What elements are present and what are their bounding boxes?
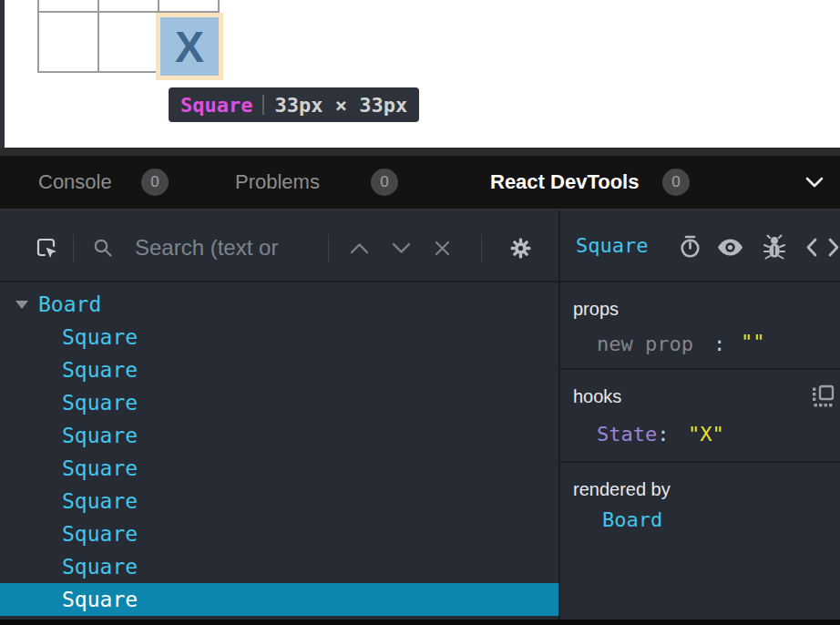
hook-state-value[interactable]: "X"	[688, 423, 724, 446]
tree-row-label: Square	[62, 489, 138, 513]
tree-row-label: Square	[62, 588, 138, 611]
react-devtools-count-badge: 0	[662, 169, 690, 196]
props-section: props new prop : ""	[560, 282, 840, 370]
hook-state-label: State	[597, 423, 657, 446]
settings-gear-icon[interactable]	[509, 237, 532, 260]
hook-state-row[interactable]: State:	[597, 423, 669, 446]
tree-row-square-selected[interactable]: Square	[0, 583, 558, 616]
search-clear-x-icon[interactable]	[434, 240, 451, 257]
inspected-element-pane: Square	[560, 210, 840, 620]
tooltip-component-name: Square	[180, 94, 252, 117]
tree-row-square[interactable]: Square	[0, 321, 558, 353]
load-hook-names-icon[interactable]	[811, 384, 835, 408]
devtools-panel: Console 0 Problems 0 React DevTools 0	[0, 148, 840, 625]
devtools-top-strip	[0, 148, 840, 156]
tree-row-square[interactable]: Square	[0, 386, 558, 419]
toolbar-divider	[73, 234, 74, 262]
problems-count-badge: 0	[371, 169, 398, 196]
console-count-badge: 0	[141, 169, 169, 196]
new-prop-value-field[interactable]: ""	[741, 331, 765, 353]
inspect-dom-eye-icon[interactable]	[717, 238, 743, 257]
rendered-by-title: rendered by	[573, 479, 671, 500]
toolbar-divider	[328, 234, 329, 262]
expander-triangle-icon[interactable]	[15, 301, 28, 309]
suspend-stopwatch-icon[interactable]	[678, 234, 702, 260]
tab-react-devtools[interactable]: React DevTools	[490, 170, 639, 194]
tree-row-label: Square	[62, 555, 138, 579]
debug-bug-icon[interactable]	[763, 234, 786, 261]
bottom-edge	[0, 620, 840, 625]
new-prop-field[interactable]: new prop	[597, 333, 693, 355]
screen: X Square 33px × 33px Console 0 Problems …	[0, 0, 840, 625]
view-source-code-icon[interactable]	[806, 238, 839, 257]
page-viewport: X Square 33px × 33px	[0, 0, 840, 148]
tree-row-label: Square	[62, 456, 138, 480]
components-tree-pane: Board Square Square Square Square Square…	[0, 210, 558, 620]
search-next-chevron-down-icon[interactable]	[392, 242, 411, 254]
hooks-section: hooks State: "X"	[560, 370, 840, 463]
window-left-edge	[0, 0, 5, 148]
tree-row-label: Square	[62, 358, 138, 382]
tree-row-label: Square	[62, 325, 138, 349]
tab-console[interactable]: Console	[38, 170, 112, 194]
hooks-colon: :	[657, 423, 669, 446]
tree-row-square[interactable]: Square	[0, 517, 558, 550]
hooks-title: hooks	[573, 386, 621, 407]
inspect-element-icon[interactable]	[35, 236, 59, 261]
tree-row-label: Square	[62, 391, 138, 415]
search-prev-chevron-up-icon[interactable]	[350, 242, 369, 254]
collapse-panel-chevron-icon[interactable]	[805, 177, 824, 189]
tree-row-label: Board	[38, 292, 101, 316]
inspect-highlight-margin: X	[156, 13, 223, 80]
tree-toolbar	[0, 210, 558, 282]
search-input[interactable]	[135, 232, 317, 263]
search-icon	[93, 238, 113, 258]
inspected-component-name: Square	[576, 234, 648, 257]
inspected-element-header: Square	[560, 210, 840, 282]
tree-row-square[interactable]: Square	[0, 353, 558, 386]
inspect-tooltip: Square 33px × 33px	[169, 87, 419, 122]
tree-row-square[interactable]: Square	[0, 452, 558, 485]
inspect-highlight-content[interactable]: X	[160, 17, 219, 76]
tree-row-square[interactable]: Square	[0, 419, 558, 452]
toolbar-divider	[481, 234, 482, 262]
devtools-tab-bar: Console 0 Problems 0 React DevTools 0	[0, 156, 840, 209]
board-cell[interactable]	[99, 0, 158, 11]
tooltip-divider	[262, 95, 264, 115]
props-title: props	[573, 299, 619, 320]
tooltip-dimensions: 33px × 33px	[274, 94, 407, 117]
rendered-by-owner-link[interactable]: Board	[602, 508, 662, 531]
tree-row-label: Square	[62, 424, 138, 447]
component-tree: Board Square Square Square Square Square…	[0, 284, 558, 620]
board-cell[interactable]	[159, 0, 218, 11]
tree-row-square[interactable]: Square	[0, 485, 558, 517]
tree-row-label: Square	[62, 522, 138, 546]
react-devtools-body: Board Square Square Square Square Square…	[0, 210, 840, 620]
square-cell-value: X	[175, 22, 204, 72]
board-cell[interactable]	[39, 0, 97, 11]
rendered-by-section: rendered by Board	[560, 463, 840, 620]
board-cell[interactable]	[39, 13, 97, 71]
props-colon: :	[713, 333, 725, 355]
tab-problems[interactable]: Problems	[235, 170, 320, 194]
tree-row-board[interactable]: Board	[0, 288, 558, 321]
board-cell[interactable]	[99, 13, 158, 71]
tree-row-square[interactable]: Square	[0, 550, 558, 583]
